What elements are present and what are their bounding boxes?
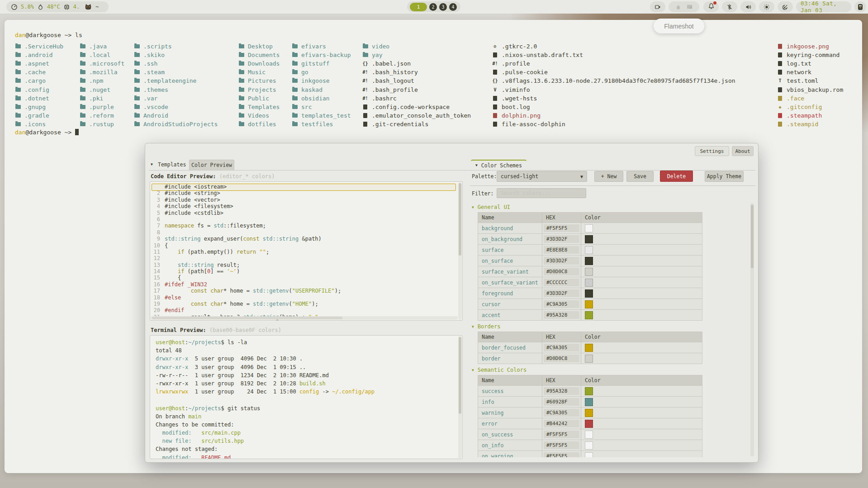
hex-value-input[interactable]: #C9A305 [544,409,579,417]
tab-color-preview[interactable]: Color Preview [189,160,234,170]
editor-hscrollbar-track[interactable] [151,316,458,320]
color-swatch[interactable] [585,279,593,287]
terminal-line: On branch main [156,413,456,422]
section-header[interactable]: ▼Semantic Colors [472,367,747,373]
color-swatch[interactable] [585,344,593,352]
editor-scrollbar-track[interactable] [458,182,462,320]
new-palette-button[interactable]: + New [594,171,623,182]
prompt-host: @darkgoose ~> [25,32,71,38]
hex-value-input[interactable]: #F5F5F5 [544,441,579,449]
tab-templates[interactable]: Templates [158,161,186,168]
settings-button[interactable]: Settings [695,146,729,156]
editor-hscrollbar-thumb[interactable] [152,317,342,319]
hex-value-input[interactable]: #95A328 [544,311,579,319]
system-stats-pill[interactable]: 5.8% 48°C 4.7G [6,1,91,12]
color-swatch[interactable] [585,441,593,450]
tray-apps-pill[interactable] [669,1,699,12]
color-swatch[interactable] [585,246,593,254]
hex-value-input[interactable]: #CCCCCC [544,279,579,286]
hex-value-input[interactable]: #3D3D2F [544,289,579,297]
terminal-preview[interactable]: user@host:~/projects$ ls -latotal 48drwx… [150,335,463,459]
notifications-button[interactable] [703,1,719,12]
hex-value-input[interactable]: #3D3D2F [544,257,579,265]
file-name: keyring-command [787,52,840,58]
color-swatch[interactable] [585,311,593,319]
ls-item: .templateengine [134,76,218,85]
hex-value-input[interactable]: #F5F5F5 [544,431,579,438]
top-bar: 5.8% 48°C 4.7G ~ 1 2 3 4 [0,0,868,14]
color-swatch[interactable] [585,431,593,439]
color-swatch[interactable] [585,420,593,428]
hex-value-input[interactable]: #D0D0C8 [544,268,579,275]
folder-icon [292,53,298,57]
color-name: success [478,386,542,396]
hex-value-input[interactable]: #95A328 [544,387,579,395]
workspace-4[interactable]: 4 [449,3,457,11]
clock-pill[interactable]: 03:46 Sat, Jan 03 [796,1,851,12]
hex-value-input[interactable]: #F5F5F5 [544,452,579,457]
hex-value-input[interactable]: #F5F5F5 [544,224,579,232]
workspace-1-active[interactable]: 1 [410,3,427,11]
brightness-button[interactable] [759,1,774,12]
color-row: info#60928F [478,396,702,407]
file-icon: #! [362,87,368,92]
color-swatch[interactable] [585,355,593,363]
color-swatch[interactable] [585,235,593,243]
volume-button[interactable] [740,1,756,12]
terminal-scrollbar-thumb[interactable] [459,337,461,414]
hex-value-input[interactable]: #3D3D2F [544,235,579,243]
palette-dropdown[interactable]: cursed-light ▼ [497,171,587,182]
color-row: foreground#3D3D2F [478,288,702,298]
terminal-scrollbar-track[interactable] [458,336,462,458]
color-swatch[interactable] [585,257,593,265]
screencast-button[interactable] [650,1,665,12]
section-header[interactable]: ▼Borders [472,323,747,330]
filter-input[interactable] [497,188,586,198]
about-button[interactable]: About [732,146,754,156]
folder-icon [15,88,21,92]
ls-item: .java [80,42,124,51]
nightlight-button[interactable] [778,1,793,12]
bluetooth-button[interactable] [722,1,737,12]
section-header[interactable]: ▼General UI [472,204,747,210]
color-swatch[interactable] [585,398,593,406]
ls-item: gitstuff [292,59,351,68]
file-name: file-assoc-dolphin [502,121,565,128]
code-editor-preview[interactable]: #include <iostream>2#include <string>3#i… [150,181,463,321]
collapse-triangle-icon[interactable]: ▼ [151,162,153,166]
ls-item: .dotnet [15,94,63,103]
hex-value-input[interactable]: #C9A305 [544,300,579,308]
editor-scrollbar-thumb[interactable] [459,183,461,256]
ls-item: efivars-backup [292,51,351,59]
file-icon: T [777,78,783,83]
file-icon [777,70,783,75]
panel-scrollbar-thumb[interactable] [751,205,754,268]
goose-menu-button[interactable] [854,1,866,12]
hex-value-input[interactable]: #B44242 [544,420,579,427]
ls-item: src [292,103,351,111]
terminal-prompt-line-2[interactable]: dan@darkgoose ~> [15,129,79,136]
folder-icon [238,114,244,118]
terminal-badge-pill[interactable]: ~ [80,1,109,12]
apply-theme-button[interactable]: Apply Theme [705,171,744,182]
color-swatch[interactable] [585,224,593,232]
color-schemes-header[interactable]: ▼ Color Schemes [471,160,526,170]
workspace-2[interactable]: 2 [429,3,437,11]
save-button[interactable]: Save [626,171,654,182]
color-swatch[interactable] [585,268,593,276]
hex-value-input[interactable]: #D0D0C8 [544,355,579,362]
hex-value-input[interactable]: #60928F [544,398,579,406]
file-icon: V [492,87,498,92]
delete-button[interactable]: Delete [660,171,693,182]
color-swatch[interactable] [585,289,593,298]
hex-value-input[interactable]: #E8E8E8 [544,246,579,254]
ls-item: .gnupg [15,103,63,111]
workspace-3[interactable]: 3 [439,3,447,11]
color-swatch[interactable] [585,300,593,308]
color-swatch[interactable] [585,452,593,458]
file-name: .var [143,95,157,102]
code-line: 8 [150,229,457,236]
color-swatch[interactable] [585,409,593,417]
hex-value-input[interactable]: #C9A305 [544,344,579,351]
color-swatch[interactable] [585,387,593,395]
